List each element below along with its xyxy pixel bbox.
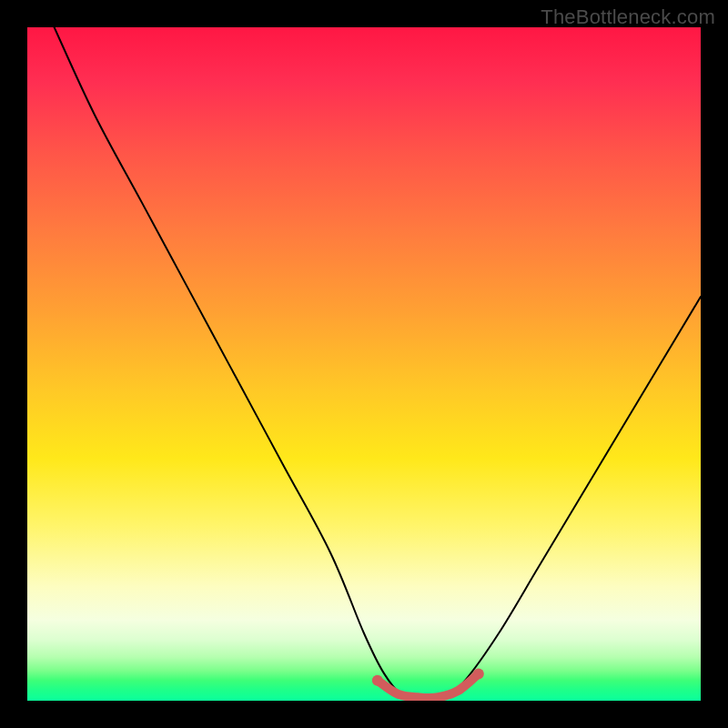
highlight-end-dot [473,668,484,679]
watermark-text: TheBottleneck.com [541,5,715,29]
chart-svg [27,27,701,701]
highlight-start-dot [372,675,383,686]
chart-plot-area [27,27,701,701]
highlight-flat-line [378,673,479,698]
bottleneck-curve-line [55,27,701,701]
chart-frame: TheBottleneck.com [0,0,728,728]
